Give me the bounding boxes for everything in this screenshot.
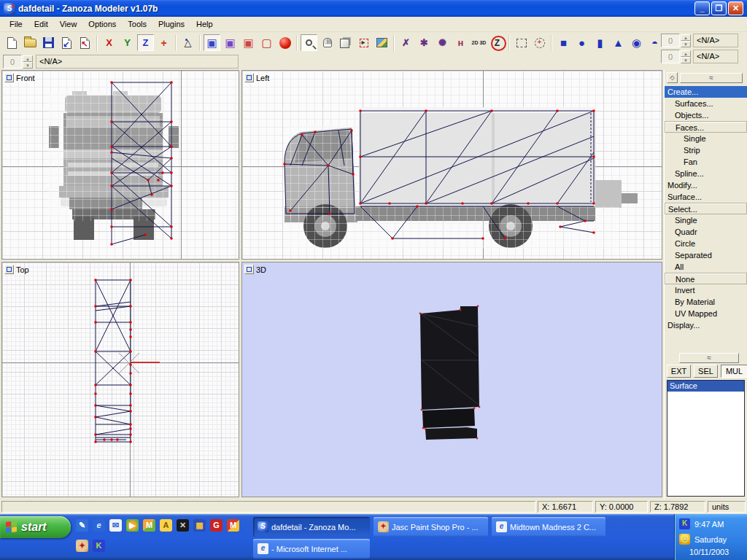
cmd-fan[interactable]: Fan: [665, 156, 747, 168]
menu-tools[interactable]: Tools: [122, 18, 152, 31]
restore-button[interactable]: ❐: [711, 1, 727, 15]
surface-listbox[interactable]: Surface: [667, 380, 745, 497]
cmd-strip[interactable]: Strip: [665, 144, 747, 156]
cmd-uv-mapped[interactable]: UV Mapped: [665, 308, 747, 319]
menu-options[interactable]: Options: [82, 18, 122, 31]
z-lock-button[interactable]: Z: [489, 34, 506, 51]
race-game-icon[interactable]: M: [227, 519, 239, 532]
viewport-top[interactable]: Top: [1, 262, 239, 497]
orbit-view-button[interactable]: [337, 34, 354, 51]
panel-scroll-down-icon[interactable]: ≈: [679, 353, 739, 363]
top-viewport-maximize-icon[interactable]: [4, 265, 14, 274]
views-config-button[interactable]: [374, 34, 390, 51]
minimize-button[interactable]: _: [694, 1, 710, 15]
tray-clock-time[interactable]: 9:47 AM: [694, 520, 724, 529]
three-d-canvas[interactable]: [242, 262, 662, 497]
cmd-create[interactable]: Create...: [665, 86, 747, 98]
right-spinner-1-value[interactable]: 0: [661, 34, 680, 47]
open-button[interactable]: [22, 34, 39, 51]
cmd-invert[interactable]: Invert: [665, 284, 747, 296]
cmd-display[interactable]: Display...: [665, 319, 747, 331]
primitive-box-button[interactable]: ■: [555, 34, 572, 51]
right-na-combo-1[interactable]: <N/A>: [693, 34, 738, 47]
sel-mode-button[interactable]: SEL: [694, 365, 718, 378]
internet-explorer-icon[interactable]: e: [93, 519, 105, 532]
cmd-faces[interactable]: Faces...: [665, 121, 747, 133]
cmd-select[interactable]: Select...: [665, 203, 747, 214]
three-d-viewport-maximize-icon[interactable]: [244, 265, 254, 274]
cmd-select-single[interactable]: Single: [665, 214, 747, 226]
menu-help[interactable]: Help: [190, 18, 219, 31]
vertex-weld-button[interactable]: ✺: [434, 34, 451, 51]
save-button[interactable]: [40, 34, 57, 51]
kazaa-icon[interactable]: K: [93, 540, 105, 552]
cmd-none[interactable]: None: [665, 273, 747, 284]
zoom-tool-button[interactable]: [301, 34, 317, 51]
horizontal-splitter[interactable]: [0, 260, 662, 262]
viewport-3d[interactable]: 3D: [241, 262, 662, 497]
primitive-cylinder-button[interactable]: ▮: [592, 34, 608, 51]
select-circle-button[interactable]: [531, 34, 548, 51]
kazaa-tray-icon[interactable]: K: [679, 518, 690, 529]
cmd-surfaces[interactable]: Surfaces...: [665, 98, 747, 109]
surface-list-item[interactable]: Surface: [667, 381, 744, 392]
paint-shop-pro-icon[interactable]: ✦: [76, 540, 88, 552]
spline-polygon-button[interactable]: △: [179, 34, 196, 51]
spinner-up-icon[interactable]: ▲: [681, 34, 691, 41]
spinner-up-icon[interactable]: ▲: [23, 55, 33, 62]
cmd-modify[interactable]: Modify...: [665, 179, 747, 191]
viewport-left[interactable]: Left: [241, 70, 662, 260]
vertical-splitter[interactable]: [239, 70, 241, 497]
ext-mode-button[interactable]: EXT: [667, 365, 691, 378]
vertex-scale-button[interactable]: ✗: [398, 34, 414, 51]
left-na-combo[interactable]: <N/A>: [36, 55, 239, 69]
task-internet-explorer[interactable]: e - Microsoft Internet ...: [253, 539, 370, 559]
grid-tool-icon[interactable]: ▦: [193, 519, 206, 532]
task-midtown-madness[interactable]: e Midtown Madness 2 C...: [492, 517, 605, 537]
close-button[interactable]: ✕: [728, 1, 743, 15]
faces-mode-button[interactable]: ▣: [240, 34, 257, 51]
task-paint-shop-pro[interactable]: ✦ Jasc Paint Shop Pro - ...: [374, 517, 488, 537]
cmd-objects[interactable]: Objects...: [665, 109, 747, 121]
getright-icon[interactable]: G: [210, 519, 222, 532]
select-object-button[interactable]: [355, 34, 372, 51]
cmd-circle[interactable]: Circle: [665, 238, 747, 249]
export-button[interactable]: [77, 34, 93, 51]
show-desktop-icon[interactable]: ✎: [76, 519, 88, 532]
aim-icon[interactable]: A: [160, 519, 172, 532]
left-spinner-value[interactable]: 0: [3, 55, 22, 69]
cmd-spline[interactable]: Spline...: [665, 168, 747, 179]
mul-mode-button[interactable]: MUL: [721, 365, 747, 378]
axis-y-button[interactable]: Y: [119, 34, 136, 51]
front-viewport-maximize-icon[interactable]: [4, 73, 14, 82]
pan-tool-button[interactable]: [319, 34, 336, 51]
spinner-down-icon[interactable]: ▼: [23, 62, 33, 69]
axis-z-button[interactable]: Z: [137, 34, 154, 51]
primitive-torus-button[interactable]: ◉: [628, 34, 645, 51]
new-button[interactable]: [4, 34, 20, 51]
directx-icon[interactable]: ✕: [177, 519, 189, 532]
panel-scroll-up-icon[interactable]: ≈: [680, 73, 743, 83]
task-zmodeler[interactable]: S dafdetail - Zanoza Mo...: [253, 517, 370, 537]
objects-mode-button[interactable]: ▢: [258, 34, 275, 51]
cmd-all[interactable]: All: [665, 261, 747, 273]
primitive-cone-button[interactable]: ▲: [610, 34, 627, 51]
axis-x-button[interactable]: X: [101, 34, 117, 51]
cmd-single-face[interactable]: Single: [665, 133, 747, 144]
start-button[interactable]: start: [0, 516, 71, 538]
vertices-mode-button[interactable]: ▣: [204, 34, 220, 51]
import-button[interactable]: [58, 34, 75, 51]
vertex-bend-button[interactable]: ʜ: [452, 34, 469, 51]
media-player-icon[interactable]: ▶: [126, 519, 139, 532]
select-rect-button[interactable]: [513, 34, 530, 51]
spinner-down-icon[interactable]: ▼: [681, 41, 691, 47]
spinner-down-icon[interactable]: ▼: [681, 57, 691, 63]
menu-file[interactable]: File: [4, 18, 28, 31]
primitive-sphere-button[interactable]: ●: [573, 34, 590, 51]
gizmo-button[interactable]: +: [155, 34, 172, 51]
viewport-front[interactable]: Front: [1, 70, 239, 260]
cmd-quadr[interactable]: Quadr: [665, 226, 747, 238]
msn-messenger-icon[interactable]: M: [143, 519, 155, 532]
front-view-canvas[interactable]: [2, 71, 239, 260]
title-bar[interactable]: S dafdetail - Zanoza Modeler v1.07b _ ❐ …: [0, 0, 747, 17]
